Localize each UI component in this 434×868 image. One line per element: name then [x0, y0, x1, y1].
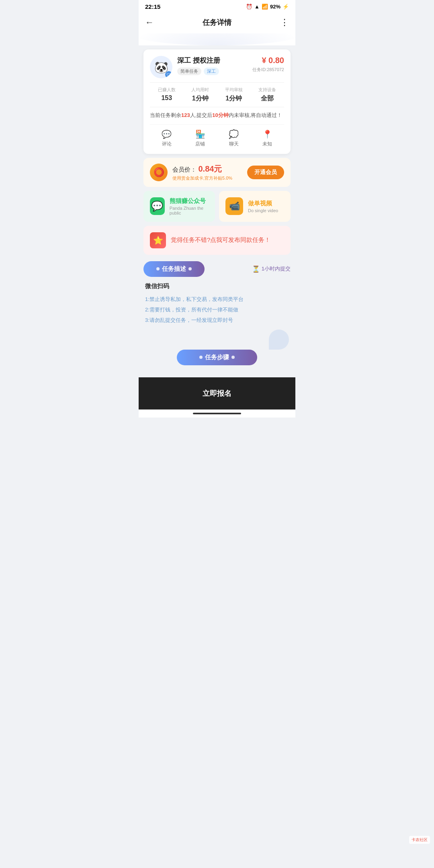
alarm-icon: ⏰ [246, 4, 252, 10]
two-panel-row: 💬 熊猫赚公众号 Panda Zhuan the public 📹 做单视频 D… [143, 191, 291, 222]
home-indicator [193, 413, 241, 414]
member-price-value: 0.84元 [198, 164, 222, 173]
member-left: ⭕ 会员价： 0.84元 使用赏金加成卡,官方补贴5.0% [150, 164, 232, 181]
action-row: 💬 评论 🏪 店铺 💭 聊天 📍 未知 [150, 124, 284, 147]
task-name-tags: 深工 授权注册 简单任务 深工 [177, 56, 220, 75]
chat-label: 聊天 [229, 141, 239, 147]
price-value: ¥ 0.80 [252, 56, 284, 65]
task-price: ¥ 0.80 任务ID:2857072 [252, 56, 284, 73]
action-unknown[interactable]: 📍 未知 [262, 129, 272, 147]
notice-text: 当前任务剩余123人,提交后10分钟内未审核,将自动通过！ [150, 111, 284, 119]
wifi-icon: ▲ [254, 4, 260, 10]
chat-bubble-decoration [269, 330, 289, 350]
stat-review: 平均审核 1分钟 [217, 87, 251, 103]
task-header-row: 🐼 🛡 深工 授权注册 简单任务 深工 ¥ 0.80 任务ID:2857072 [150, 56, 284, 78]
rule-2: 2:需要打钱，投资，所有代付一律不能做 [145, 305, 289, 315]
time-text: 1小时内提交 [262, 265, 291, 272]
submit-time-label: ⏳ 1小时内提交 [252, 265, 291, 273]
page-header: ← 任务详情 ⋮ [139, 12, 295, 33]
steps-dot-right [231, 356, 235, 359]
battery-percent: 92% [270, 4, 280, 10]
stat-earners: 已赚人数 153 [150, 87, 184, 103]
tab-desc-label: 任务描述 [162, 265, 186, 273]
task-info: 🐼 🛡 深工 授权注册 简单任务 深工 [150, 56, 220, 78]
desc-rules: 1:禁止诱导私加，私下交易，发布同类平台 2:需要打钱，投资，所有代付一律不能做… [145, 294, 289, 326]
battery-icon: ⚡ [283, 4, 289, 10]
rule-3: 3:请勿乱提交任务，一经发现立即封号 [145, 315, 289, 326]
bottom-action-bar: 立即报名 [139, 377, 295, 409]
panel-right-sub: Do single video [248, 208, 278, 213]
panel-left-sub: Panda Zhuan the public [170, 206, 209, 215]
comment-icon: 💬 [162, 129, 172, 139]
panel-right-text: 做单视频 Do single video [248, 200, 278, 213]
rule-1: 1:禁止诱导私加，私下交易，发布同类平台 [145, 294, 289, 305]
member-info: 会员价： 0.84元 使用赏金加成卡,官方补贴5.0% [172, 164, 232, 181]
tab-dot-left [156, 267, 160, 270]
register-now-button[interactable]: 立即报名 [145, 383, 289, 404]
stat-device: 支持设备 全部 [251, 87, 285, 103]
task-steps-tab[interactable]: 任务步骤 [177, 350, 257, 365]
tag-simple: 简单任务 [177, 68, 201, 75]
steps-dot-left [199, 356, 203, 359]
location-icon: 📍 [262, 129, 272, 139]
bottom-indicator [139, 409, 295, 418]
panel-left-title: 熊猫赚公众号 [170, 197, 209, 205]
action-comment[interactable]: 💬 评论 [162, 129, 172, 147]
task-card: 🐼 🛡 深工 授权注册 简单任务 深工 ¥ 0.80 任务ID:2857072 … [143, 49, 291, 154]
panda-public-panel[interactable]: 💬 熊猫赚公众号 Panda Zhuan the public [143, 191, 215, 222]
tab-section: 任务描述 ⏳ 1小时内提交 微信扫码 1:禁止诱导私加，私下交易，发布同类平台 … [139, 261, 295, 369]
tab-row: 任务描述 ⏳ 1小时内提交 [143, 261, 291, 277]
member-activate-button[interactable]: 开通会员 [247, 166, 284, 179]
member-price-label: 会员价： [172, 166, 197, 173]
back-button[interactable]: ← [145, 17, 154, 28]
scan-title: 微信扫码 [145, 283, 289, 290]
status-icons: ⏰ ▲ 📶 92% ⚡ [246, 4, 289, 10]
tab-dot-right [188, 267, 192, 270]
store-icon: 🏪 [195, 129, 205, 139]
chat-icon: 💭 [229, 129, 239, 139]
avatar-badge: 🛡 [165, 71, 172, 78]
time: 22:15 [145, 3, 160, 10]
steps-label: 任务步骤 [205, 354, 229, 361]
task-id: 任务ID:2857072 [252, 67, 284, 73]
notice-remaining: 123 [181, 112, 190, 118]
stat-time: 人均用时 1分钟 [184, 87, 217, 103]
comment-label: 评论 [162, 141, 172, 147]
task-name: 深工 授权注册 [177, 56, 220, 65]
wechat-icon: 💬 [150, 197, 165, 215]
notice-time: 10分钟 [212, 112, 228, 118]
stats-row: 已赚人数 153 人均用时 1分钟 平均审核 1分钟 支持设备 全部 [150, 82, 284, 107]
panel-left-text: 熊猫赚公众号 Panda Zhuan the public [170, 197, 209, 215]
member-card: ⭕ 会员价： 0.84元 使用赏金加成卡,官方补贴5.0% 开通会员 [143, 158, 291, 187]
promote-text: 觉得任务不错?点我可发布同款任务！ [171, 236, 270, 244]
member-price-row: 会员价： 0.84元 [172, 164, 232, 174]
status-bar: 22:15 ⏰ ▲ 📶 92% ⚡ [139, 0, 295, 12]
wave-decoration [139, 33, 295, 45]
hourglass-icon: ⏳ [252, 265, 260, 273]
action-chat[interactable]: 💭 聊天 [229, 129, 239, 147]
task-desc-tab[interactable]: 任务描述 [143, 261, 205, 277]
avatar: 🐼 🛡 [150, 56, 172, 78]
video-panel[interactable]: 📹 做单视频 Do single video [219, 191, 291, 222]
member-icon: ⭕ [150, 164, 168, 181]
action-store[interactable]: 🏪 店铺 [195, 129, 205, 147]
task-tags: 简单任务 深工 [177, 68, 220, 75]
page-title: 任务详情 [203, 18, 231, 27]
more-menu-button[interactable]: ⋮ [280, 17, 289, 28]
store-label: 店铺 [195, 141, 205, 147]
video-icon: 📹 [225, 197, 243, 215]
promote-banner[interactable]: ⭐ 觉得任务不错?点我可发布同款任务！ [143, 226, 291, 255]
signal-icon: 📶 [262, 4, 268, 10]
unknown-label: 未知 [262, 141, 272, 147]
promote-star-icon: ⭐ [150, 232, 166, 248]
desc-content: 微信扫码 1:禁止诱导私加，私下交易，发布同类平台 2:需要打钱，投资，所有代付… [143, 283, 291, 326]
panel-right-title: 做单视频 [248, 200, 278, 207]
tag-platform: 深工 [204, 68, 219, 75]
member-sub: 使用赏金加成卡,官方补贴5.0% [172, 175, 232, 181]
